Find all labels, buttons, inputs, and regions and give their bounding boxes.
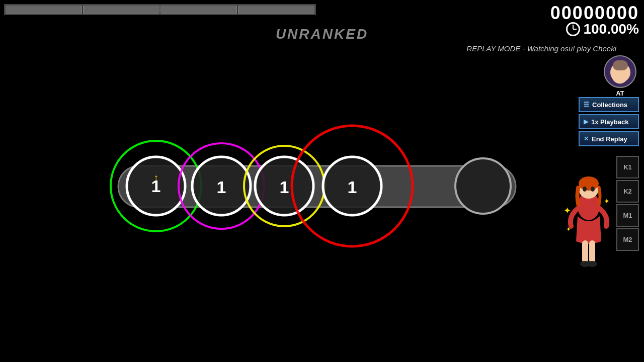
game-canvas: 1 ↑ 1 1 1: [0, 0, 594, 362]
svg-point-19: [323, 157, 381, 215]
collections-label: Collections: [592, 101, 627, 109]
svg-point-23: [579, 176, 599, 191]
svg-text:1: 1: [348, 177, 357, 197]
progress-segment-1: [6, 6, 82, 14]
m1-key: M1: [616, 204, 639, 227]
svg-point-4: [622, 72, 625, 75]
svg-point-3: [615, 72, 618, 75]
avatar-container: AT: [604, 55, 636, 97]
k1-key: K1: [616, 156, 639, 178]
collections-icon: ☰: [584, 101, 589, 108]
play-icon: ▶: [584, 118, 588, 125]
accuracy-value: 100.00%: [583, 21, 639, 37]
svg-text:↑: ↑: [153, 172, 158, 183]
end-replay-button[interactable]: ✕ End Replay: [579, 131, 639, 146]
svg-rect-27: [589, 240, 595, 263]
playback-label: 1x Playback: [591, 118, 628, 126]
anime-character: ✦ ✦ ✦: [561, 166, 616, 277]
svg-point-2: [612, 61, 627, 72]
svg-text:1: 1: [151, 176, 161, 196]
svg-text:✦: ✦: [564, 206, 571, 216]
avatar-image: [605, 55, 635, 88]
buttons-panel: ☰ Collections ▶ 1x Playback ✕ End Replay: [579, 97, 639, 146]
svg-point-25: [591, 187, 595, 192]
k2-key: K2: [616, 180, 639, 203]
svg-text:✦: ✦: [604, 197, 610, 205]
avatar: [604, 55, 636, 88]
svg-point-12: [179, 143, 264, 229]
end-replay-label: End Replay: [592, 135, 627, 143]
progress-bar: [4, 4, 316, 15]
svg-rect-26: [582, 240, 588, 263]
svg-rect-6: [118, 166, 516, 207]
svg-point-15: [244, 146, 325, 226]
avatar-label: AT: [616, 89, 624, 97]
collections-button[interactable]: ☰ Collections: [579, 97, 639, 112]
svg-point-5: [613, 61, 626, 68]
svg-point-8: [111, 141, 201, 231]
x-icon: ✕: [584, 135, 589, 142]
svg-point-29: [587, 261, 597, 267]
svg-point-13: [192, 157, 251, 215]
playback-button[interactable]: ▶ 1x Playback: [579, 114, 639, 129]
svg-point-18: [292, 126, 413, 246]
progress-segment-3: [160, 6, 237, 14]
svg-text:1: 1: [217, 177, 226, 197]
svg-point-7: [455, 158, 511, 214]
progress-segment-2: [83, 6, 159, 14]
svg-point-1: [611, 65, 628, 84]
svg-point-9: [127, 157, 185, 215]
m2-key: M2: [616, 228, 639, 251]
svg-text:✦: ✦: [566, 226, 571, 233]
svg-text:1: 1: [280, 177, 289, 197]
svg-point-0: [605, 56, 635, 86]
clock-icon: [566, 22, 580, 36]
score-display: 00000000: [550, 3, 639, 24]
svg-point-16: [255, 157, 313, 215]
replay-mode-text: REPLAY MODE - Watching osu! play Cheeki: [466, 44, 616, 53]
unranked-text: UNRANKED: [276, 26, 368, 42]
accuracy-display: 100.00%: [566, 21, 639, 37]
key-indicators: K1 K2 M1 M2: [616, 156, 639, 261]
progress-segment-4: [238, 6, 314, 14]
svg-point-24: [583, 187, 587, 192]
